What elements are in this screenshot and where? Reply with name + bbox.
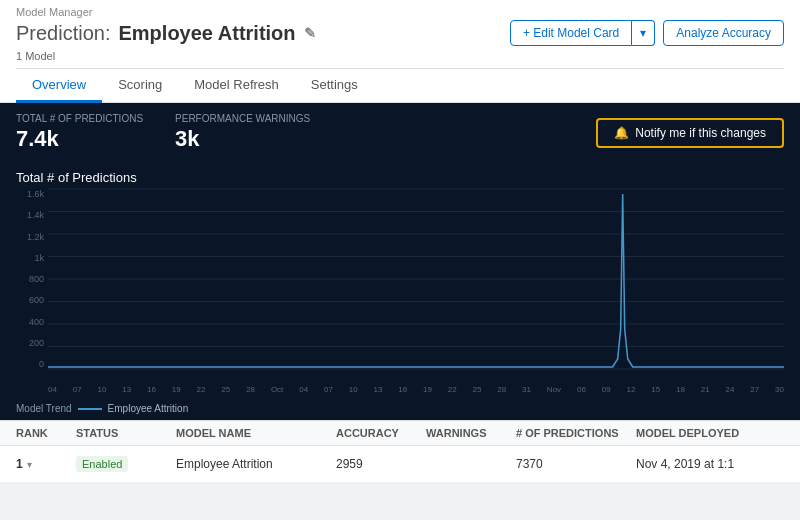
x-label-8: 25 [221,385,230,394]
cell-accuracy: 2959 [336,457,426,471]
predictions-stat: Total # of Predictions 7.4k [16,113,143,152]
chart-area: Total # of Predictions 0 200 400 600 800… [0,162,800,399]
edit-model-card-button[interactable]: + Edit Model Card [510,20,632,46]
warnings-label: Performance Warnings [175,113,310,124]
table-row: 1 ▾ Enabled Employee Attrition 2959 7370… [0,446,800,483]
edit-icon[interactable]: ✎ [304,25,316,41]
legend-label: Model Trend [16,403,72,414]
x-label-16: 19 [423,385,432,394]
main-content: Total # of Predictions 7.4k Performance … [0,103,800,420]
analyze-accuracy-button[interactable]: Analyze Accuracy [663,20,784,46]
cell-status: Enabled [76,456,176,472]
col-accuracy: Accuracy [336,427,426,439]
x-label-9: 28 [246,385,255,394]
y-label-800: 800 [16,274,44,284]
x-label-21: Nov [547,385,561,394]
y-label-1-6k: 1.6k [16,189,44,199]
y-label-1k: 1k [16,253,44,263]
predictions-value: 7.4k [16,126,143,152]
cell-predictions: 7370 [516,457,636,471]
rank-number: 1 [16,457,23,471]
cell-model-name: Employee Attrition [176,457,336,471]
x-label-24: 12 [626,385,635,394]
tab-settings[interactable]: Settings [295,69,374,103]
x-label-23: 09 [602,385,611,394]
x-label-12: 07 [324,385,333,394]
legend-series-name: Employee Attrition [108,403,189,414]
chart-svg-container [48,189,784,369]
x-label-1: 04 [48,385,57,394]
x-label-4: 13 [122,385,131,394]
y-label-200: 200 [16,338,44,348]
col-warnings: Warnings [426,427,516,439]
app-label: Model Manager [16,6,784,18]
x-label-27: 21 [701,385,710,394]
x-label-14: 13 [374,385,383,394]
prediction-title: Prediction: Employee Attrition ✎ [16,22,316,45]
x-label-6: 19 [172,385,181,394]
cell-rank: 1 ▾ [16,457,76,471]
tab-overview[interactable]: Overview [16,69,102,103]
y-axis: 0 200 400 600 800 1k 1.2k 1.4k 1.6k [16,189,48,369]
x-label-19: 28 [497,385,506,394]
y-label-0: 0 [16,359,44,369]
x-label-18: 25 [473,385,482,394]
x-label-17: 22 [448,385,457,394]
x-label-5: 16 [147,385,156,394]
x-label-3: 10 [98,385,107,394]
x-axis: 04 07 10 13 16 19 22 25 28 Oct 04 07 10 … [48,379,784,399]
x-label-15: 16 [398,385,407,394]
model-name-title: Employee Attrition [119,22,296,45]
col-model-name: Model Name [176,427,336,439]
model-count: 1 Model [16,50,784,62]
x-label-7: 22 [197,385,206,394]
tab-model-refresh[interactable]: Model Refresh [178,69,295,103]
y-label-400: 400 [16,317,44,327]
x-label-26: 18 [676,385,685,394]
top-bar: Model Manager Prediction: Employee Attri… [0,0,800,103]
chart-title: Total # of Predictions [16,170,784,185]
x-label-25: 15 [651,385,660,394]
y-label-1-4k: 1.4k [16,210,44,220]
cell-deployed: Nov 4, 2019 at 1:1 [636,457,800,471]
edit-model-card-group: + Edit Model Card ▾ [510,20,655,46]
x-label-28: 24 [726,385,735,394]
notify-label: Notify me if this changes [635,126,766,140]
warnings-value: 3k [175,126,310,152]
toolbar-right: + Edit Model Card ▾ Analyze Accuracy [510,20,784,46]
status-badge: Enabled [76,456,128,472]
col-status: Status [76,427,176,439]
x-label-30: 30 [775,385,784,394]
x-label-11: 04 [299,385,308,394]
y-label-600: 600 [16,295,44,305]
rank-dropdown-icon[interactable]: ▾ [27,459,32,470]
x-label-29: 27 [750,385,759,394]
edit-model-card-dropdown[interactable]: ▾ [632,20,655,46]
table-section: Rank Status Model Name Accuracy Warnings… [0,420,800,483]
x-label-13: 10 [349,385,358,394]
notify-icon: 🔔 [614,126,629,140]
legend-line-indicator [78,408,102,410]
notify-button[interactable]: 🔔 Notify me if this changes [596,118,784,148]
x-label-2: 07 [73,385,82,394]
chart-line [48,194,784,367]
x-label-22: 06 [577,385,586,394]
line-chart [48,189,784,369]
col-predictions: # of Predictions [516,427,636,439]
title-row: Prediction: Employee Attrition ✎ + Edit … [16,20,784,46]
tab-scoring[interactable]: Scoring [102,69,178,103]
chart-legend: Model Trend Employee Attrition [0,399,800,420]
x-label-10: Oct [271,385,283,394]
x-labels: 04 07 10 13 16 19 22 25 28 Oct 04 07 10 … [48,385,784,394]
stats-bar: Total # of Predictions 7.4k Performance … [0,103,800,162]
col-rank: Rank [16,427,76,439]
col-deployed: Model Deployed [636,427,800,439]
chart-container: 0 200 400 600 800 1k 1.2k 1.4k 1.6k [16,189,784,399]
nav-tabs: Overview Scoring Model Refresh Settings [16,68,784,102]
warnings-stat: Performance Warnings 3k [175,113,310,152]
table-header: Rank Status Model Name Accuracy Warnings… [0,421,800,446]
y-label-1-2k: 1.2k [16,232,44,242]
x-label-20: 31 [522,385,531,394]
predictions-label: Total # of Predictions [16,113,143,124]
prediction-label: Prediction: [16,22,111,45]
